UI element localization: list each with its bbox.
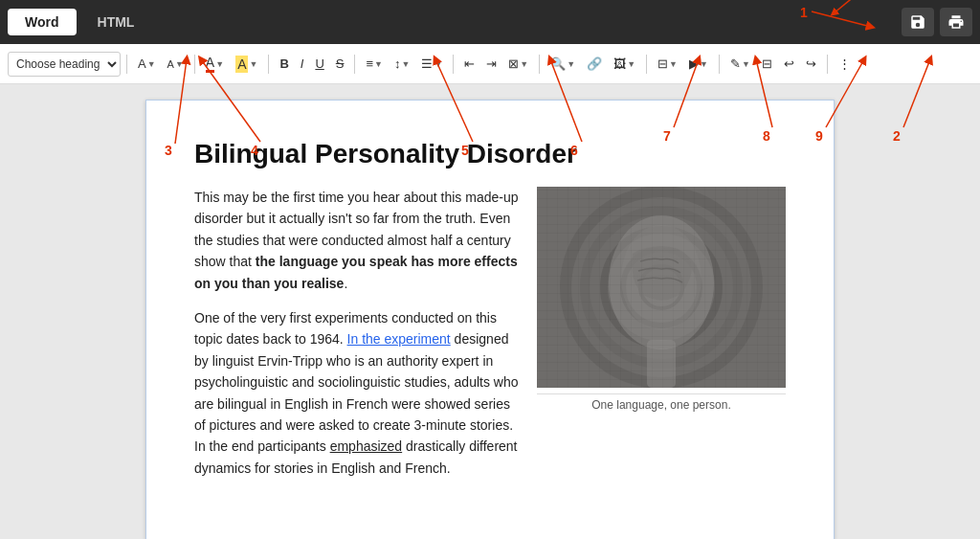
font-color-btn[interactable]: A▼	[201, 52, 229, 76]
separator-4	[354, 55, 355, 74]
separator-9	[827, 55, 828, 74]
image-caption: One language, one person.	[537, 393, 786, 412]
format2-btn[interactable]: ⊟	[757, 54, 777, 74]
image-column: One language, one person.	[537, 187, 786, 492]
svg-rect-20	[537, 187, 786, 388]
separator-8	[719, 55, 720, 74]
line-spacing-btn[interactable]: ↕▼	[390, 54, 414, 74]
separator-2	[194, 55, 195, 74]
font-size-btn[interactable]: A▼	[133, 54, 161, 74]
svg-point-25	[640, 266, 682, 308]
separator-5	[453, 55, 454, 74]
font-size-btn2[interactable]: A▼	[163, 56, 189, 73]
brain-svg	[537, 187, 786, 388]
media-btn[interactable]: ▶▼	[684, 54, 713, 74]
svg-rect-29	[537, 187, 786, 388]
more-btn[interactable]: ⋮	[834, 54, 856, 74]
tab-bar: Word HTML 1	[0, 0, 980, 44]
list-btn[interactable]: ☰▼	[416, 54, 447, 74]
content-columns: This may be the first time you hear abou…	[194, 187, 786, 492]
paragraph-2: One of the very first experiments conduc…	[194, 307, 520, 479]
tab-word[interactable]: Word	[8, 9, 77, 35]
svg-point-27	[621, 225, 702, 330]
svg-point-22	[585, 211, 738, 364]
highlight-btn[interactable]: ✎▼	[725, 54, 755, 74]
heading-select[interactable]: Choose heading	[8, 52, 121, 77]
indent-decrease-btn[interactable]: ⇤	[459, 54, 479, 74]
paragraph-1: This may be the first time you hear abou…	[194, 187, 520, 294]
link-btn[interactable]: 🔗	[582, 54, 607, 74]
table-format-btn[interactable]: ⊠▼	[503, 54, 533, 74]
bold-text-1: the language you speak has more effects …	[194, 254, 518, 290]
font-highlight-btn[interactable]: A▼	[231, 53, 262, 76]
separator-6	[539, 55, 540, 74]
toolbar: Choose heading A▼ A▼ A▼ A▼ B I U S ≡▼ ↕▼…	[0, 44, 980, 84]
separator-7	[646, 55, 647, 74]
text-column: This may be the first time you hear abou…	[194, 187, 520, 492]
image-btn[interactable]: 🖼▼	[609, 54, 640, 74]
search-btn[interactable]: 🔍▼	[546, 54, 580, 74]
separator-3	[268, 55, 269, 74]
svg-rect-28	[647, 340, 676, 388]
italic-btn[interactable]: I	[296, 54, 309, 74]
emphasized-text: emphasized	[330, 438, 403, 454]
svg-point-26	[609, 215, 714, 349]
annotation-arrow-1: 1	[781, 0, 896, 21]
svg-line-0	[834, 0, 877, 13]
experiment-link[interactable]: In the experiment	[347, 331, 451, 347]
print-button[interactable]	[940, 8, 972, 36]
svg-point-21	[566, 191, 757, 383]
underline-btn[interactable]: U	[310, 54, 328, 74]
separator-1	[126, 55, 127, 74]
svg-point-24	[623, 249, 700, 326]
document-page: Bilingual Personality Disorder This may …	[145, 100, 835, 539]
main-area: Bilingual Personality Disorder This may …	[0, 84, 980, 539]
tab-group: Word HTML	[8, 9, 151, 35]
strikethrough-btn[interactable]: S	[331, 54, 349, 74]
tab-html[interactable]: HTML	[80, 9, 152, 35]
table-btn[interactable]: ⊟▼	[653, 54, 682, 74]
document-title: Bilingual Personality Disorder	[194, 139, 786, 169]
svg-point-23	[604, 230, 719, 345]
tab-actions: 1	[902, 8, 972, 36]
indent-increase-btn[interactable]: ⇥	[481, 54, 501, 74]
redo-btn[interactable]: ↪	[801, 54, 821, 74]
undo-btn[interactable]: ↩	[779, 54, 799, 74]
bold-btn[interactable]: B	[275, 54, 293, 74]
brain-image	[537, 187, 786, 388]
align-btn[interactable]: ≡▼	[361, 54, 388, 74]
save-button[interactable]	[902, 8, 934, 36]
